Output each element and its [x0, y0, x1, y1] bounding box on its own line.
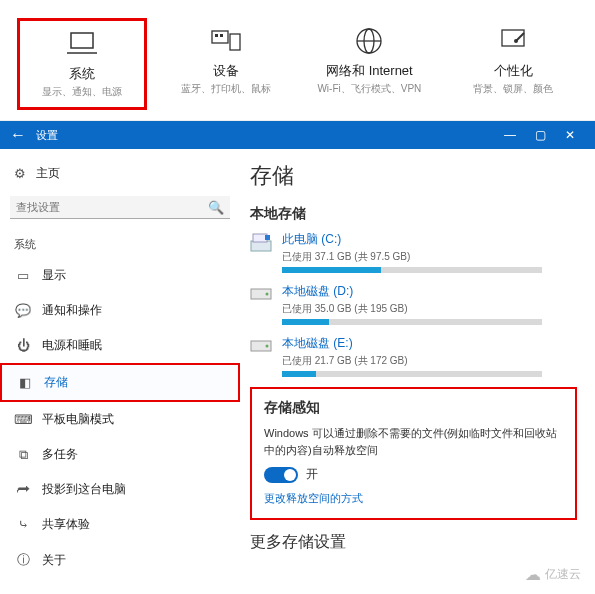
sidebar-item-tablet[interactable]: ⌨ 平板电脑模式 — [0, 402, 240, 437]
category-sub: 背景、锁屏、颜色 — [473, 82, 553, 96]
svg-point-17 — [266, 345, 269, 348]
maximize-button[interactable]: ▢ — [525, 128, 555, 142]
storage-sense-toggle-row: 开 — [264, 466, 563, 483]
storage-sense-heading: 存储感知 — [264, 399, 563, 417]
minimize-button[interactable]: — — [495, 128, 525, 142]
notifications-icon: 💬 — [14, 303, 32, 318]
sidebar-item-display[interactable]: ▭ 显示 — [0, 258, 240, 293]
toggle-label: 开 — [306, 466, 318, 483]
main-area: ⚙ 主页 🔍 系统 ▭ 显示 💬 通知和操作 ⏻ 电源和睡眠 ◧ 存储 ⌨ 平板… — [0, 149, 595, 594]
more-storage-heading: 更多存储设置 — [250, 532, 577, 553]
display-icon: ▭ — [14, 268, 32, 283]
window-titlebar: ← 设置 — ▢ ✕ — [0, 121, 595, 149]
sidebar-item-project[interactable]: ⮫ 投影到这台电脑 — [0, 472, 240, 507]
drive-c-icon — [250, 233, 272, 251]
drive-row[interactable]: 本地磁盘 (D:) 已使用 35.0 GB (共 195 GB) — [250, 283, 577, 325]
category-title: 系统 — [69, 65, 95, 83]
brush-icon — [495, 26, 531, 56]
svg-rect-3 — [230, 34, 240, 50]
drive-row[interactable]: 此电脑 (C:) 已使用 37.1 GB (共 97.5 GB) — [250, 231, 577, 273]
sidebar-item-label: 关于 — [42, 552, 66, 569]
sidebar: ⚙ 主页 🔍 系统 ▭ 显示 💬 通知和操作 ⏻ 电源和睡眠 ◧ 存储 ⌨ 平板… — [0, 149, 240, 594]
sidebar-item-about[interactable]: ⓘ 关于 — [0, 542, 240, 578]
gear-icon: ⚙ — [14, 166, 26, 181]
category-devices[interactable]: 设备 蓝牙、打印机、鼠标 — [161, 18, 291, 110]
page-heading: 存储 — [250, 161, 577, 191]
sidebar-item-label: 存储 — [44, 374, 68, 391]
svg-rect-13 — [265, 235, 270, 240]
sidebar-item-label: 多任务 — [42, 446, 78, 463]
drive-bar — [282, 267, 542, 273]
svg-rect-4 — [215, 34, 218, 37]
home-link[interactable]: ⚙ 主页 — [0, 159, 240, 188]
laptop-icon — [64, 29, 100, 59]
drive-usage: 已使用 37.1 GB (共 97.5 GB) — [282, 250, 577, 264]
category-sub: Wi-Fi、飞行模式、VPN — [317, 82, 421, 96]
category-title: 个性化 — [494, 62, 533, 80]
category-title: 设备 — [213, 62, 239, 80]
settings-categories: 系统 显示、通知、电源 设备 蓝牙、打印机、鼠标 网络和 Internet Wi… — [0, 0, 595, 121]
share-icon: ⤷ — [14, 517, 32, 532]
back-button[interactable]: ← — [10, 126, 26, 144]
category-personalization[interactable]: 个性化 背景、锁屏、颜色 — [448, 18, 578, 110]
category-sub: 显示、通知、电源 — [42, 85, 122, 99]
project-icon: ⮫ — [14, 482, 32, 497]
storage-icon: ◧ — [16, 375, 34, 390]
svg-point-15 — [266, 293, 269, 296]
storage-sense-box: 存储感知 Windows 可以通过删除不需要的文件(例如临时文件和回收站中的内容… — [250, 387, 577, 520]
search-wrap: 🔍 — [10, 196, 230, 219]
change-free-space-link[interactable]: 更改释放空间的方式 — [264, 491, 563, 506]
cloud-icon: ☁ — [525, 565, 541, 584]
svg-point-10 — [514, 39, 518, 43]
sidebar-item-storage[interactable]: ◧ 存储 — [0, 363, 240, 402]
globe-icon — [351, 26, 387, 56]
home-label: 主页 — [36, 165, 60, 182]
watermark-text: 亿速云 — [545, 566, 581, 583]
drive-name: 本地磁盘 (D:) — [282, 283, 577, 300]
drive-name: 本地磁盘 (E:) — [282, 335, 577, 352]
devices-icon — [208, 26, 244, 56]
sidebar-section-label: 系统 — [0, 233, 240, 258]
content-pane: 存储 本地存储 此电脑 (C:) 已使用 37.1 GB (共 97.5 GB)… — [240, 149, 595, 594]
storage-sense-desc: Windows 可以通过删除不需要的文件(例如临时文件和回收站中的内容)自动释放… — [264, 425, 563, 458]
svg-rect-5 — [220, 34, 223, 37]
close-button[interactable]: ✕ — [555, 128, 585, 142]
drive-e-icon — [250, 337, 272, 355]
sidebar-item-label: 通知和操作 — [42, 302, 102, 319]
search-icon: 🔍 — [208, 200, 224, 215]
svg-rect-9 — [502, 30, 524, 46]
category-sub: 蓝牙、打印机、鼠标 — [181, 82, 271, 96]
multitask-icon: ⧉ — [14, 447, 32, 463]
category-system[interactable]: 系统 显示、通知、电源 — [17, 18, 147, 110]
svg-rect-0 — [71, 33, 93, 48]
info-icon: ⓘ — [14, 551, 32, 569]
sidebar-item-multitask[interactable]: ⧉ 多任务 — [0, 437, 240, 472]
power-icon: ⏻ — [14, 338, 32, 353]
sidebar-item-label: 投影到这台电脑 — [42, 481, 126, 498]
local-storage-heading: 本地存储 — [250, 205, 577, 223]
drive-row[interactable]: 本地磁盘 (E:) 已使用 21.7 GB (共 172 GB) — [250, 335, 577, 377]
drive-bar — [282, 319, 542, 325]
sidebar-item-notifications[interactable]: 💬 通知和操作 — [0, 293, 240, 328]
tablet-icon: ⌨ — [14, 412, 32, 427]
window-title: 设置 — [36, 128, 495, 143]
drive-usage: 已使用 21.7 GB (共 172 GB) — [282, 354, 577, 368]
category-title: 网络和 Internet — [326, 62, 413, 80]
sidebar-item-label: 平板电脑模式 — [42, 411, 114, 428]
sidebar-item-power[interactable]: ⏻ 电源和睡眠 — [0, 328, 240, 363]
sidebar-item-shared[interactable]: ⤷ 共享体验 — [0, 507, 240, 542]
storage-sense-toggle[interactable] — [264, 467, 298, 483]
svg-rect-12 — [253, 234, 267, 242]
drive-usage: 已使用 35.0 GB (共 195 GB) — [282, 302, 577, 316]
watermark: ☁ 亿速云 — [525, 565, 581, 584]
search-input[interactable] — [10, 196, 230, 219]
sidebar-item-label: 显示 — [42, 267, 66, 284]
drive-d-icon — [250, 285, 272, 303]
sidebar-item-label: 共享体验 — [42, 516, 90, 533]
sidebar-item-label: 电源和睡眠 — [42, 337, 102, 354]
drive-bar — [282, 371, 542, 377]
drive-name: 此电脑 (C:) — [282, 231, 577, 248]
category-network[interactable]: 网络和 Internet Wi-Fi、飞行模式、VPN — [304, 18, 434, 110]
